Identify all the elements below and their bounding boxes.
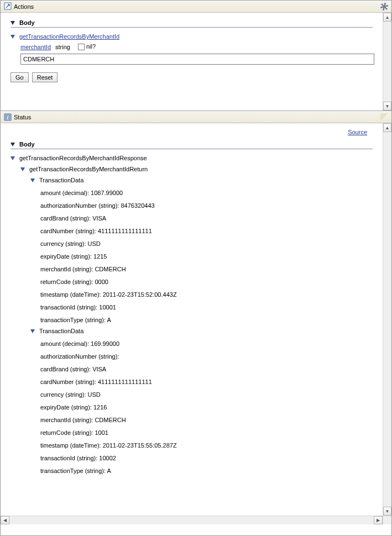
actions-title: Actions bbox=[14, 3, 34, 10]
field-row: expiryDate (string): 1216 bbox=[40, 404, 373, 411]
body-divider-2 bbox=[11, 149, 373, 149]
response-tree: getTransactionRecordsByMerchantIdRespons… bbox=[11, 155, 373, 474]
field-row: cardNumber (string): 4111111111111111 bbox=[40, 379, 373, 385]
transaction-data-node: TransactionData bbox=[30, 328, 373, 334]
body-divider bbox=[11, 27, 373, 28]
field-row: expiryDate (string): 1215 bbox=[40, 253, 373, 260]
response-root-label: getTransactionRecordsByMerchantIdRespons… bbox=[19, 155, 147, 161]
field-row: amount (decimal): 169.99000 bbox=[40, 340, 373, 347]
nil-checkbox[interactable] bbox=[78, 44, 85, 50]
field-row: timestamp (dateTime): 2011-02-23T15:52:0… bbox=[40, 291, 373, 298]
scroll-left-arrow[interactable]: ◀ bbox=[1, 516, 9, 524]
return-node: getTransactionRecordsByMerchantIdReturn bbox=[20, 166, 373, 172]
expand-operation-icon[interactable] bbox=[11, 35, 15, 39]
expand-body-icon[interactable] bbox=[11, 21, 15, 25]
body-section-label: Body bbox=[19, 19, 35, 26]
expand-node-icon[interactable] bbox=[11, 156, 15, 160]
param-name-link[interactable]: merchantId bbox=[20, 44, 51, 50]
actions-scrollbar[interactable]: ▲ ▼ bbox=[383, 13, 391, 111]
transaction-data-node-label: TransactionData bbox=[39, 328, 83, 334]
field-row: transactionId (string): 10001 bbox=[40, 304, 373, 311]
go-button[interactable]: Go bbox=[11, 72, 29, 82]
gear-icon[interactable] bbox=[380, 3, 388, 10]
edit-icon[interactable] bbox=[380, 113, 388, 121]
field-row: cardBrand (string): VISA bbox=[40, 366, 373, 372]
field-row: cardBrand (string): VISA bbox=[40, 215, 373, 222]
source-link[interactable]: Source bbox=[348, 129, 367, 135]
field-row: authorizationNumber (string): 8476320443 bbox=[40, 202, 373, 209]
field-row: merchantId (string): CDMERCH bbox=[40, 417, 373, 423]
expand-node-icon[interactable] bbox=[20, 167, 25, 171]
actions-header: Actions bbox=[1, 1, 391, 13]
expand-node-icon[interactable] bbox=[30, 329, 35, 333]
field-row: timestamp (dateTime): 2011-02-23T15:55:0… bbox=[40, 442, 373, 449]
status-header: i Status bbox=[1, 111, 391, 123]
field-row: transactionId (string): 10002 bbox=[40, 455, 373, 461]
transaction-data-node: TransactionData bbox=[30, 177, 373, 183]
field-row: merchantId (string): CDMERCH bbox=[40, 266, 373, 272]
actions-panel: Actions ▲ ▼ Body getTransactionRecordsBy… bbox=[1, 1, 391, 111]
scroll-up-arrow[interactable]: ▲ bbox=[383, 13, 391, 22]
operation-link[interactable]: getTransactionRecordsByMerchantId bbox=[19, 33, 119, 40]
scroll-up-arrow[interactable]: ▲ bbox=[383, 123, 391, 132]
field-row: currency (string): USD bbox=[40, 391, 373, 398]
status-panel: i Status ▲ ▼ ◀ ▶ Source Body g bbox=[1, 111, 391, 524]
field-row: returnCode (string): 0000 bbox=[40, 278, 373, 285]
param-type-label: string bbox=[55, 44, 70, 50]
expand-body-icon-2[interactable] bbox=[11, 143, 15, 146]
status-scrollbar-v[interactable]: ▲ ▼ bbox=[383, 123, 391, 516]
merchant-id-input[interactable] bbox=[20, 54, 374, 65]
transaction-data-node-label: TransactionData bbox=[39, 177, 83, 183]
body-section-label-2: Body bbox=[19, 141, 35, 148]
status-title: Status bbox=[14, 114, 31, 120]
scroll-down-arrow[interactable]: ▼ bbox=[383, 102, 391, 111]
field-row: authorizationNumber (string): bbox=[40, 353, 373, 360]
field-row: transactionType (string): A bbox=[40, 317, 373, 323]
scrollbar-corner bbox=[383, 516, 391, 524]
field-row: returnCode (string): 1001 bbox=[40, 429, 373, 436]
return-node-label: getTransactionRecordsByMerchantIdReturn bbox=[29, 166, 148, 172]
field-row: transactionType (string): A bbox=[40, 467, 373, 474]
reset-button[interactable]: Reset bbox=[32, 72, 58, 82]
invoke-icon bbox=[4, 2, 12, 11]
field-row: currency (string): USD bbox=[40, 240, 373, 247]
field-row: amount (decimal): 1087.99000 bbox=[40, 190, 373, 196]
response-root: getTransactionRecordsByMerchantIdRespons… bbox=[11, 155, 373, 161]
info-icon: i bbox=[4, 113, 12, 121]
field-row: cardNumber (string): 4111111111111111 bbox=[40, 228, 373, 234]
scroll-right-arrow[interactable]: ▶ bbox=[374, 516, 383, 524]
expand-node-icon[interactable] bbox=[30, 178, 35, 182]
status-scrollbar-h[interactable]: ◀ ▶ bbox=[1, 516, 383, 524]
scroll-down-arrow[interactable]: ▼ bbox=[383, 507, 391, 516]
nil-label: nil? bbox=[86, 43, 96, 50]
